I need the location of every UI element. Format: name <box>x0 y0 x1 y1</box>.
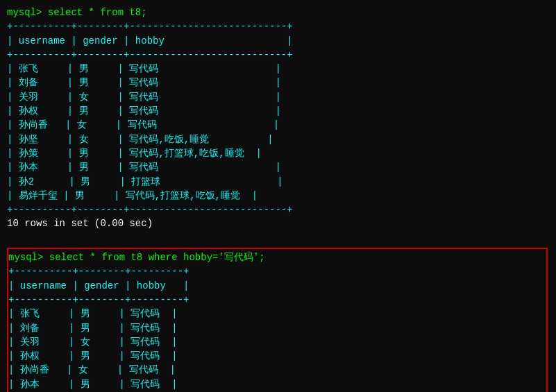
q1-row: | 关羽 | 女 | 写代码 | <box>7 90 549 104</box>
q1-row: | 孙2 | 男 | 打篮球 | <box>7 175 549 189</box>
q1-sep2: +----------+--------+-------------------… <box>7 48 549 62</box>
q1-result: 10 rows in set (0.00 sec) <box>7 216 549 230</box>
q2-row: | 关羽 | 女 | 写代码 | <box>8 335 546 349</box>
q1-sep1: +----------+--------+-------------------… <box>7 19 549 33</box>
q2-row: | 孙权 | 男 | 写代码 | <box>8 349 546 363</box>
q1-row: | 易烊千玺 | 男 | 写代码,打篮球,吃饭,睡觉 | <box>7 189 549 203</box>
q1-row: | 孙坚 | 女 | 写代码,吃饭,睡觉 | <box>7 133 549 146</box>
q1-blank <box>7 231 549 245</box>
q2-row: | 孙本 | 男 | 写代码 | <box>8 377 546 391</box>
q2-row: | 刘备 | 男 | 写代码 | <box>8 321 546 335</box>
q2-rows: | 张飞 | 男 | 写代码 || 刘备 | 男 | 写代码 || 关羽 | 女… <box>8 307 546 391</box>
q1-row: | 孙策 | 男 | 写代码,打篮球,吃饭,睡觉 | <box>7 146 549 160</box>
terminal: mysql> select * from t8; +----------+---… <box>7 6 549 392</box>
q2-row: | 孙尚香 | 女 | 写代码 | <box>8 363 546 377</box>
query2-prompt: mysql> select * from t8 where hobby='写代码… <box>8 250 546 264</box>
q1-sep3: +----------+--------+-------------------… <box>7 203 549 216</box>
query1-prompt: mysql> select * from t8; <box>7 6 549 19</box>
query2-block: mysql> select * from t8 where hobby='写代码… <box>7 248 548 392</box>
q1-row: | 刘备 | 男 | 写代码 | <box>7 76 549 90</box>
q1-header: | username | gender | hobby | <box>7 34 549 48</box>
q2-sep2: +----------+--------+---------+ <box>8 293 546 307</box>
q2-header: | username | gender | hobby | <box>8 279 546 293</box>
q1-row: | 孙尚香 | 女 | 写代码 | <box>7 118 549 132</box>
q1-row: | 孙权 | 男 | 写代码 | <box>7 104 549 118</box>
q2-row: | 张飞 | 男 | 写代码 | <box>8 307 546 321</box>
q1-row: | 孙本 | 男 | 写代码 | <box>7 160 549 174</box>
q2-sep1: +----------+--------+---------+ <box>8 264 546 278</box>
q1-row: | 张飞 | 男 | 写代码 | <box>7 62 549 76</box>
q1-rows: | 张飞 | 男 | 写代码 || 刘备 | 男 | 写代码 || 关羽 | 女… <box>7 62 549 203</box>
